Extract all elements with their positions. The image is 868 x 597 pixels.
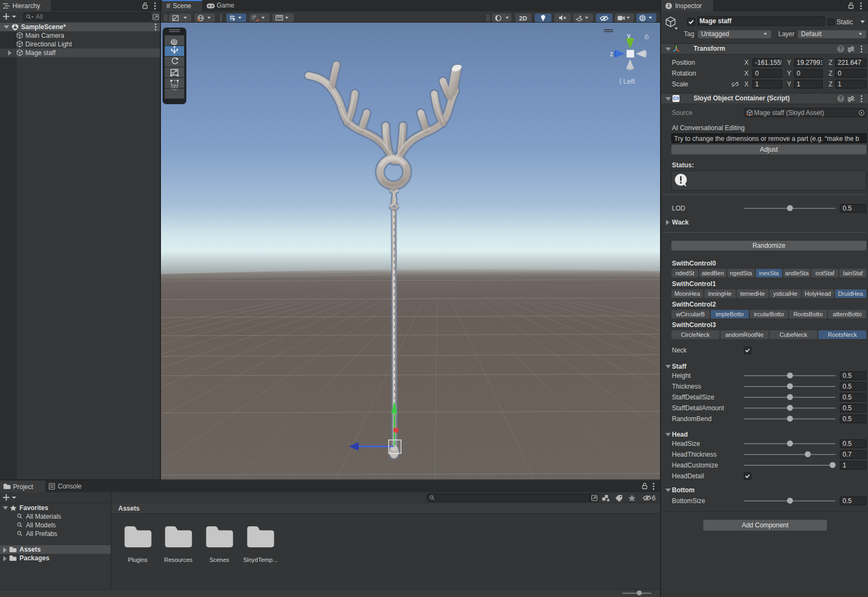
- svg-text:⟨ Left: ⟨ Left: [619, 77, 635, 85]
- svg-text:Y: Y: [233, 18, 235, 21]
- svg-text:z: z: [610, 50, 613, 58]
